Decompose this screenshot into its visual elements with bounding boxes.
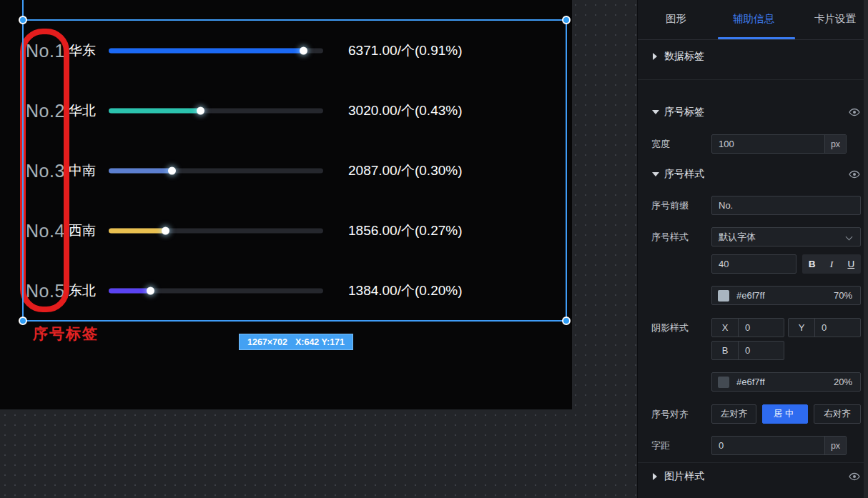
italic-button[interactable]: I xyxy=(822,254,841,274)
bar-fill xyxy=(109,49,304,54)
color-opacity-value: 70% xyxy=(834,290,860,301)
resize-handle-top-left[interactable] xyxy=(19,16,27,24)
panel-tabs: 图形 辅助信息 卡片设置 xyxy=(638,0,868,39)
divider xyxy=(638,462,868,463)
font-size-input-group xyxy=(711,254,797,274)
collapse-arrow-icon[interactable] xyxy=(653,53,657,60)
color-picker[interactable]: #e6f7ff 20% xyxy=(711,372,861,392)
font-select[interactable]: 默认字体 xyxy=(711,227,861,246)
field-index-font: 序号样式 默认字体 xyxy=(638,227,864,246)
region-label: 华北 xyxy=(69,101,96,120)
tab-graphic[interactable]: 图形 xyxy=(666,12,686,26)
bar-endpoint-dot xyxy=(197,107,204,115)
field-font-size: B I U xyxy=(638,254,864,274)
value-label: 1384.00/个(0.20%) xyxy=(348,282,463,300)
shadow-y-input[interactable] xyxy=(815,319,860,337)
font-select-value: 默认字体 xyxy=(712,231,847,244)
section-index-label[interactable]: 序号标签 xyxy=(638,101,864,123)
bar-track xyxy=(109,169,323,174)
prefix-input-group xyxy=(711,196,861,215)
color-swatch[interactable] xyxy=(718,377,729,388)
section-title: 序号样式 xyxy=(664,168,704,181)
bar-fill xyxy=(109,109,201,114)
value-label: 3020.00/个(0.43%) xyxy=(348,101,463,120)
bar-track xyxy=(109,229,323,234)
divider xyxy=(638,79,868,80)
shadow-x-label: X xyxy=(712,319,739,337)
color-swatch[interactable] xyxy=(718,290,729,302)
section-index-style[interactable]: 序号样式 xyxy=(638,164,864,185)
chart-row: No.2 华北 3020.00/个(0.43%) xyxy=(0,96,572,125)
bar-fill xyxy=(109,289,151,294)
bar-endpoint-dot xyxy=(300,47,307,55)
chart-row: No.4 西南 1856.00/个(0.27%) xyxy=(0,216,572,245)
spacing-input[interactable] xyxy=(712,437,824,454)
resize-handle-bottom-left[interactable] xyxy=(19,317,27,325)
tab-card-settings[interactable]: 卡片设置 xyxy=(814,12,856,26)
field-label: 阴影样式 xyxy=(651,322,689,334)
bar-track xyxy=(109,49,323,54)
region-label: 西南 xyxy=(69,221,96,240)
field-shadow: 阴影样式 X Y xyxy=(638,318,864,337)
chart-row: No.5 东北 1384.00/个(0.20%) xyxy=(0,277,572,305)
position-readout: X:642 Y:171 xyxy=(295,337,345,347)
color-picker[interactable]: #e6f7ff 70% xyxy=(711,286,861,305)
unit-px: px xyxy=(824,135,846,153)
region-label: 中南 xyxy=(69,161,96,180)
bar-fill xyxy=(109,229,166,234)
chevron-down-icon xyxy=(846,234,853,241)
size-readout: 1267×702 xyxy=(247,337,287,347)
field-index-prefix: 序号前缀 xyxy=(638,196,864,215)
width-input[interactable] xyxy=(712,135,824,153)
value-label: 2087.00/个(0.30%) xyxy=(348,161,463,180)
text-style-buttons: B I U xyxy=(802,254,861,274)
size-position-badge: 1267×702 X:642 Y:171 xyxy=(239,334,353,350)
field-label: 字距 xyxy=(651,439,670,452)
visibility-eye-icon[interactable] xyxy=(849,106,860,118)
underline-button[interactable]: U xyxy=(842,254,861,274)
field-shadow-blur: B xyxy=(638,341,864,360)
field-font-color: #e6f7ff 70% xyxy=(638,286,864,305)
region-label: 东北 xyxy=(69,282,96,300)
color-opacity-value: 20% xyxy=(834,377,860,387)
collapse-arrow-icon[interactable] xyxy=(653,473,657,480)
shadow-x-group: X xyxy=(711,318,784,337)
tab-auxiliary-info[interactable]: 辅助信息 xyxy=(733,12,774,26)
font-size-input[interactable] xyxy=(712,255,796,273)
section-image-style[interactable]: 图片样式 xyxy=(638,466,864,487)
unit-px: px xyxy=(824,437,846,454)
value-label: 6371.00/个(0.91%) xyxy=(348,41,463,60)
resize-handle-top-right[interactable] xyxy=(562,16,571,24)
shadow-blur-input[interactable] xyxy=(739,342,784,359)
color-hex-value: #e6f7ff xyxy=(729,290,834,301)
annotation-highlight-box xyxy=(20,29,69,312)
section-title: 图片样式 xyxy=(664,470,704,483)
field-label: 序号样式 xyxy=(651,231,689,244)
chart-row: No.3 中南 2087.00/个(0.30%) xyxy=(0,156,572,185)
bold-button[interactable]: B xyxy=(802,254,822,274)
bar-endpoint-dot xyxy=(147,287,154,295)
align-right-button[interactable]: 右对齐 xyxy=(814,404,861,424)
visibility-eye-icon[interactable] xyxy=(849,471,860,482)
spacing-input-group: px xyxy=(711,436,847,455)
bar-endpoint-dot xyxy=(168,167,176,175)
expand-arrow-icon[interactable] xyxy=(652,172,659,176)
shadow-x-input[interactable] xyxy=(739,319,784,337)
section-data-label[interactable]: 数据标签 xyxy=(638,46,864,67)
expand-arrow-icon[interactable] xyxy=(652,110,659,114)
panel-scrollbar[interactable] xyxy=(864,0,868,498)
chart-row: No.1 华东 6371.00/个(0.91%) xyxy=(0,36,572,65)
design-canvas-area: No.1 华东 6371.00/个(0.91%) No.2 华北 3020.0 xyxy=(0,0,637,498)
section-title: 序号标签 xyxy=(664,106,704,119)
align-center-button[interactable]: 居中 xyxy=(762,404,808,424)
field-label: 宽度 xyxy=(651,138,670,151)
annotation-label: 序号标签 xyxy=(33,324,99,344)
settings-panel: 图形 辅助信息 卡片设置 数据标签 序号标签 宽度 px xyxy=(637,0,868,498)
field-shadow-color: #e6f7ff 20% xyxy=(638,372,864,392)
field-letter-spacing: 字距 px xyxy=(638,436,864,455)
prefix-input[interactable] xyxy=(712,196,860,214)
align-left-button[interactable]: 左对齐 xyxy=(711,404,756,424)
resize-handle-bottom-right[interactable] xyxy=(562,317,571,325)
visibility-eye-icon[interactable] xyxy=(849,169,860,180)
field-width: 宽度 px xyxy=(638,134,864,154)
